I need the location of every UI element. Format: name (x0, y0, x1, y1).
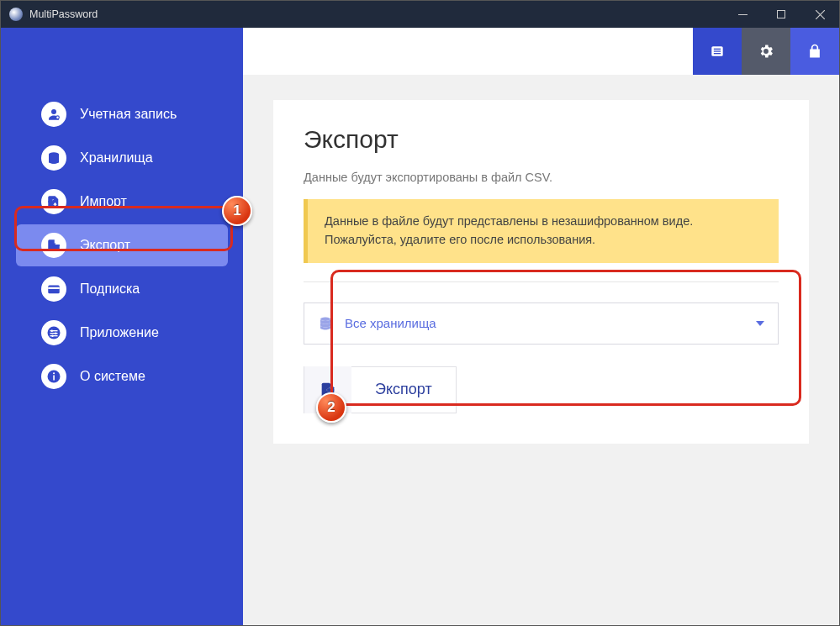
sidebar: Учетная запись Хранилища Импорт Экспорт (1, 28, 243, 625)
topbar (243, 28, 839, 75)
page-title: Экспорт (304, 125, 779, 154)
svg-rect-6 (48, 287, 60, 289)
app-body: Учетная запись Хранилища Импорт Экспорт (1, 28, 839, 625)
app-window: MultiPassword Учетная запись (0, 0, 840, 626)
app-icon (9, 8, 23, 21)
import-icon (41, 189, 66, 214)
sidebar-item-label: Учетная запись (80, 107, 177, 122)
svg-rect-18 (714, 49, 721, 50)
svg-point-2 (51, 109, 56, 114)
export-button-label: Экспорт (351, 381, 456, 398)
sliders-icon (41, 320, 66, 345)
maximize-button[interactable] (762, 1, 800, 28)
svg-rect-0 (738, 14, 748, 15)
card-icon (41, 276, 66, 302)
minimize-button[interactable] (723, 1, 762, 28)
user-icon (41, 102, 66, 127)
close-button[interactable] (800, 1, 839, 28)
titlebar: MultiPassword (1, 1, 839, 28)
annotation-badge-2: 2 (316, 392, 346, 423)
info-icon (41, 364, 66, 389)
sidebar-item-account[interactable]: Учетная запись (16, 93, 228, 135)
warning-box: Данные в файле будут представлены в неза… (304, 199, 779, 263)
svg-point-12 (55, 332, 56, 334)
topbar-list-button[interactable] (693, 28, 742, 75)
divider (304, 281, 779, 282)
vault-select-label: Все хранилища (345, 316, 756, 330)
topbar-settings-button[interactable] (742, 28, 790, 75)
svg-rect-20 (714, 53, 721, 54)
svg-rect-19 (714, 50, 721, 51)
sidebar-item-import[interactable]: Импорт (16, 181, 228, 223)
database-icon (41, 145, 66, 171)
sidebar-item-export[interactable]: Экспорт (16, 224, 228, 266)
main-panel: Экспорт Данные будут экспортированы в фа… (243, 75, 839, 625)
sidebar-item-application[interactable]: Приложение (16, 312, 228, 354)
sidebar-item-subscription[interactable]: Подписка (16, 268, 228, 310)
sidebar-item-label: О системе (80, 369, 145, 384)
export-panel: Экспорт Данные будут экспортированы в фа… (273, 100, 809, 444)
svg-point-11 (51, 329, 53, 331)
export-icon (41, 233, 66, 258)
database-icon (318, 316, 333, 331)
sidebar-item-about[interactable]: О системе (16, 355, 228, 397)
annotation-badge-1: 1 (222, 196, 252, 226)
vault-select[interactable]: Все хранилища (304, 302, 779, 345)
sidebar-item-label: Хранилища (80, 150, 153, 166)
sidebar-item-label: Приложение (80, 325, 159, 340)
page-subtitle: Данные будут экспортированы в файл CSV. (304, 171, 779, 184)
window-controls (723, 1, 839, 28)
chevron-down-icon (756, 321, 764, 326)
sidebar-item-label: Подписка (80, 281, 140, 297)
sidebar-item-label: Импорт (80, 194, 127, 209)
svg-point-16 (53, 372, 55, 374)
sidebar-item-label: Экспорт (80, 238, 130, 253)
svg-point-13 (51, 334, 53, 336)
svg-rect-15 (53, 376, 55, 381)
content-area: Экспорт Данные будут экспортированы в фа… (243, 28, 839, 625)
window-title: MultiPassword (29, 8, 98, 20)
sidebar-item-vaults[interactable]: Хранилища (16, 137, 228, 179)
svg-point-21 (320, 317, 330, 321)
topbar-lock-button[interactable] (790, 28, 839, 75)
svg-rect-5 (48, 286, 60, 294)
svg-rect-10 (50, 335, 58, 336)
svg-rect-1 (777, 10, 785, 18)
